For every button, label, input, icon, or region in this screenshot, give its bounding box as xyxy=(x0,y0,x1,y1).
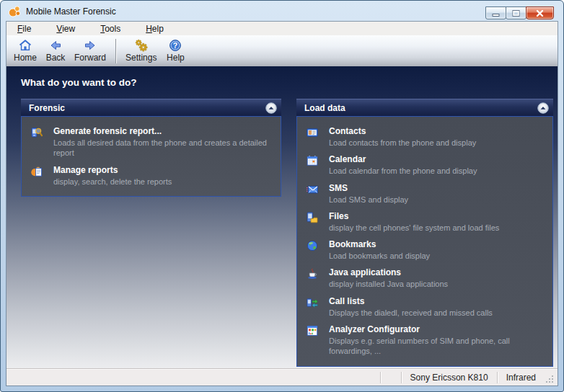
close-button[interactable] xyxy=(526,6,554,19)
item-contacts[interactable]: Contacts Load contacts from the phone an… xyxy=(307,126,544,148)
bookmarks-icon xyxy=(307,240,318,251)
item-analyzer-configurator[interactable]: Analyzer Configurator Displays e.g. seri… xyxy=(307,324,544,357)
contacts-icon xyxy=(307,127,318,138)
item-description: Load bookmarks and display xyxy=(329,251,544,261)
home-button-label: Home xyxy=(14,53,37,63)
item-call-lists[interactable]: Call lists Displays the dialedl, receive… xyxy=(307,296,544,318)
item-files[interactable]: Files display the cell phones' file syst… xyxy=(307,211,544,233)
item-description: display the cell phones' file system and… xyxy=(329,223,544,233)
item-title: Call lists xyxy=(329,296,544,307)
item-java-applications[interactable]: Java applications display installed Java… xyxy=(307,267,544,289)
help-button-label: Help xyxy=(167,53,185,63)
home-button[interactable]: Home xyxy=(9,37,41,66)
panel-forensic: Forensic xyxy=(21,99,281,197)
manage-reports-icon xyxy=(31,166,43,177)
item-calendar[interactable]: Calendar Load calendar from the phone an… xyxy=(307,154,544,176)
item-description: Load SMS and display xyxy=(329,195,544,205)
menu-help[interactable]: Help xyxy=(139,23,170,35)
item-title: Contacts xyxy=(329,126,544,137)
collapse-load-data-button[interactable] xyxy=(537,102,549,114)
page-title: What do you want to do? xyxy=(21,77,549,88)
status-bar: Sony Ericsson K810 Infrared xyxy=(6,368,558,386)
java-applications-icon xyxy=(307,268,318,280)
item-title: Manage reports xyxy=(53,165,272,176)
forward-button-label: Forward xyxy=(74,53,106,63)
panel-load-data-header: Load data xyxy=(296,99,553,116)
settings-icon xyxy=(135,39,148,52)
panel-forensic-title: Forensic xyxy=(29,103,65,113)
resize-grip[interactable] xyxy=(545,374,556,386)
help-icon: ? xyxy=(169,39,182,52)
item-title: Bookmarks xyxy=(329,239,544,250)
menu-bar: File View Tools Help xyxy=(6,22,558,35)
back-button[interactable]: Back xyxy=(41,37,70,66)
back-icon xyxy=(49,39,62,52)
window-controls xyxy=(486,6,554,19)
menu-tools[interactable]: Tools xyxy=(94,23,127,35)
maximize-button[interactable] xyxy=(506,6,526,19)
settings-button[interactable]: Settings xyxy=(121,37,161,66)
settings-button-label: Settings xyxy=(125,53,157,63)
status-connection: Infrared xyxy=(498,373,545,383)
svg-text:?: ? xyxy=(173,41,177,50)
item-description: Load contacts from the phone and display xyxy=(329,138,544,148)
item-sms[interactable]: SMS Load SMS and display xyxy=(307,183,544,205)
forward-icon xyxy=(84,39,97,52)
panel-forensic-body: Generate forensic report... Loads all de… xyxy=(21,116,281,197)
item-description: Displays the dialedl, received and misse… xyxy=(329,308,544,318)
item-description: Displays e.g. serial numbers of SIM and … xyxy=(329,336,544,357)
generate-forensic-report-icon xyxy=(31,127,43,138)
collapse-forensic-button[interactable] xyxy=(265,102,277,114)
app-window: Mobile Master Forensic File View Tools H… xyxy=(0,0,564,392)
files-icon xyxy=(307,212,318,223)
title-bar: Mobile Master Forensic xyxy=(1,1,563,22)
panel-load-data-body: Contacts Load contacts from the phone an… xyxy=(296,116,553,367)
item-title: Generate forensic report... xyxy=(53,126,272,137)
forward-button[interactable]: Forward xyxy=(70,37,110,66)
sms-icon xyxy=(307,184,318,195)
menu-file[interactable]: File xyxy=(11,23,38,35)
toolbar-separator xyxy=(115,39,116,63)
panel-load-data: Load data xyxy=(296,99,553,367)
item-title: SMS xyxy=(329,183,544,194)
item-description: display installed Java applications xyxy=(329,279,544,289)
analyzer-configurator-icon xyxy=(307,325,318,337)
app-logo-icon xyxy=(8,5,21,18)
panel-load-data-title: Load data xyxy=(304,103,345,113)
calendar-icon xyxy=(307,155,318,166)
client-area: File View Tools Help Home xyxy=(6,22,558,386)
item-title: Files xyxy=(329,211,544,222)
window-title: Mobile Master Forensic xyxy=(26,6,116,17)
minimize-button[interactable] xyxy=(485,6,506,19)
item-description: Load calendar from the phone and display xyxy=(329,166,544,176)
item-title: Calendar xyxy=(329,154,544,165)
main-content: What do you want to do? Forensic xyxy=(6,66,558,368)
status-device: Sony Ericsson K810 xyxy=(402,373,497,383)
item-bookmarks[interactable]: Bookmarks Load bookmarks and display xyxy=(307,239,544,261)
item-title: Java applications xyxy=(329,267,544,278)
item-manage-reports[interactable]: Manage reports display, search, delete t… xyxy=(31,165,272,187)
home-icon xyxy=(19,39,32,52)
item-title: Analyzer Configurator xyxy=(329,324,544,335)
toolbar: Home Back Forward xyxy=(6,35,558,66)
menu-view[interactable]: View xyxy=(50,23,81,35)
call-lists-icon xyxy=(307,297,318,308)
status-separator xyxy=(380,372,381,383)
back-button-label: Back xyxy=(46,53,66,63)
item-description: display, search, delete the reports xyxy=(53,177,272,187)
panels-row: Forensic xyxy=(21,99,546,367)
item-description: Loads all desired data from the phone an… xyxy=(53,138,272,159)
panel-forensic-header: Forensic xyxy=(21,99,281,116)
help-button[interactable]: ? Help xyxy=(161,37,190,66)
item-generate-forensic-report[interactable]: Generate forensic report... Loads all de… xyxy=(31,126,272,159)
